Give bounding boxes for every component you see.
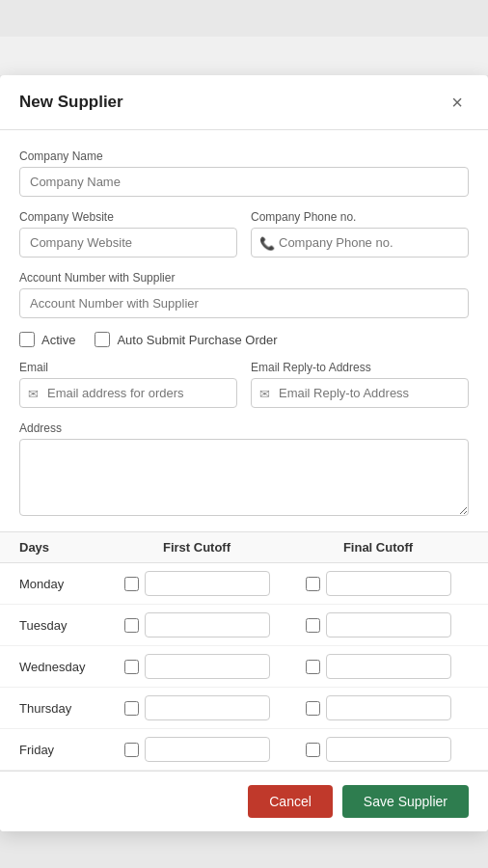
first-cutoff-input-1[interactable]: [145, 612, 270, 637]
table-row: Wednesday: [0, 646, 488, 688]
company-website-input[interactable]: [19, 228, 237, 258]
company-name-input[interactable]: [19, 167, 469, 197]
first-cutoff-checkbox-3[interactable]: [124, 701, 139, 716]
auto-submit-checkbox-item[interactable]: Auto Submit Purchase Order: [95, 332, 277, 347]
email-label: Email: [19, 361, 237, 374]
save-supplier-button[interactable]: Save Supplier: [342, 785, 469, 818]
email-reply-input-wrapper: ✉: [251, 378, 469, 408]
table-row: Tuesday: [0, 605, 488, 646]
final-cutoff-checkbox-0[interactable]: [306, 577, 320, 591]
email-icon: ✉: [28, 386, 39, 400]
final-cutoff-cell: [287, 571, 469, 596]
auto-submit-checkbox[interactable]: [95, 332, 110, 347]
auto-submit-label: Auto Submit Purchase Order: [117, 333, 277, 347]
first-cutoff-checkbox-4[interactable]: [124, 743, 139, 757]
first-cutoff-cell: [106, 737, 287, 762]
first-cutoff-input-3[interactable]: [145, 695, 270, 720]
company-name-label: Company Name: [19, 149, 469, 163]
address-textarea[interactable]: [19, 439, 469, 516]
new-supplier-modal: New Supplier × Company Name Company Webs…: [0, 75, 488, 831]
first-cutoff-checkbox-0[interactable]: [124, 577, 139, 591]
first-cutoff-cell: [106, 695, 287, 720]
first-cutoff-cell: [106, 571, 287, 596]
final-cutoff-input-0[interactable]: [326, 571, 451, 596]
company-website-label: Company Website: [19, 210, 237, 224]
company-phone-label: Company Phone no.: [251, 210, 469, 224]
email-reply-label: Email Reply-to Address: [251, 361, 469, 374]
final-cutoff-cell: [287, 654, 469, 679]
website-phone-row: Company Website Company Phone no. 📞: [19, 210, 469, 258]
col-first-cutoff: First Cutoff: [106, 540, 287, 555]
active-label: Active: [41, 333, 75, 347]
modal-body: Company Name Company Website Company Pho…: [0, 130, 488, 526]
first-cutoff-input-2[interactable]: [145, 654, 270, 679]
modal-header: New Supplier ×: [0, 75, 488, 130]
email-input[interactable]: [19, 378, 237, 408]
modal-title: New Supplier: [19, 93, 123, 112]
account-number-label: Account Number with Supplier: [19, 271, 469, 285]
cutoff-table: Days First Cutoff Final Cutoff Monday Tu…: [0, 531, 488, 771]
first-cutoff-checkbox-1[interactable]: [124, 618, 139, 633]
company-website-group: Company Website: [19, 210, 237, 258]
modal-footer: Cancel Save Supplier: [0, 771, 488, 831]
final-cutoff-input-4[interactable]: [326, 737, 451, 762]
close-button[interactable]: ×: [446, 91, 469, 114]
address-group: Address: [19, 421, 469, 516]
final-cutoff-input-2[interactable]: [326, 654, 451, 679]
company-phone-group: Company Phone no. 📞: [251, 210, 469, 258]
first-cutoff-input-4[interactable]: [145, 737, 270, 762]
table-row: Monday: [0, 563, 488, 605]
final-cutoff-checkbox-2[interactable]: [306, 660, 320, 674]
final-cutoff-checkbox-3[interactable]: [306, 701, 320, 716]
table-header: Days First Cutoff Final Cutoff: [0, 532, 488, 563]
final-cutoff-checkbox-4[interactable]: [306, 743, 320, 757]
col-days: Days: [19, 540, 106, 555]
first-cutoff-cell: [106, 612, 287, 637]
company-phone-input[interactable]: [251, 228, 469, 258]
first-cutoff-cell: [106, 654, 287, 679]
final-cutoff-input-1[interactable]: [326, 612, 451, 637]
day-label: Friday: [19, 743, 106, 757]
email-reply-group: Email Reply-to Address ✉: [251, 361, 469, 408]
table-row: Friday: [0, 729, 488, 771]
email-input-wrapper: ✉: [19, 378, 237, 408]
final-cutoff-input-3[interactable]: [326, 695, 451, 720]
active-checkbox-item[interactable]: Active: [19, 332, 75, 347]
final-cutoff-cell: [287, 695, 469, 720]
active-checkbox[interactable]: [19, 332, 35, 347]
day-label: Thursday: [19, 701, 106, 716]
email-row: Email ✉ Email Reply-to Address ✉: [19, 361, 469, 408]
account-number-input[interactable]: [19, 288, 469, 318]
checkbox-row: Active Auto Submit Purchase Order: [19, 332, 469, 347]
first-cutoff-checkbox-2[interactable]: [124, 660, 139, 674]
company-name-group: Company Name: [19, 149, 469, 197]
first-cutoff-input-0[interactable]: [145, 571, 270, 596]
final-cutoff-checkbox-1[interactable]: [306, 618, 320, 633]
email-reply-icon: ✉: [259, 386, 270, 400]
address-label: Address: [19, 421, 469, 435]
day-label: Tuesday: [19, 618, 106, 633]
day-label: Monday: [19, 577, 106, 591]
company-phone-input-wrapper: 📞: [251, 228, 469, 258]
cancel-button[interactable]: Cancel: [248, 785, 333, 818]
table-body: Monday Tuesday Wednesday: [0, 563, 488, 771]
col-final-cutoff: Final Cutoff: [287, 540, 469, 555]
email-reply-input[interactable]: [251, 378, 469, 408]
phone-icon: 📞: [259, 235, 275, 250]
day-label: Wednesday: [19, 660, 106, 674]
email-group: Email ✉: [19, 361, 237, 408]
final-cutoff-cell: [287, 737, 469, 762]
final-cutoff-cell: [287, 612, 469, 637]
account-number-group: Account Number with Supplier: [19, 271, 469, 318]
table-row: Thursday: [0, 688, 488, 729]
